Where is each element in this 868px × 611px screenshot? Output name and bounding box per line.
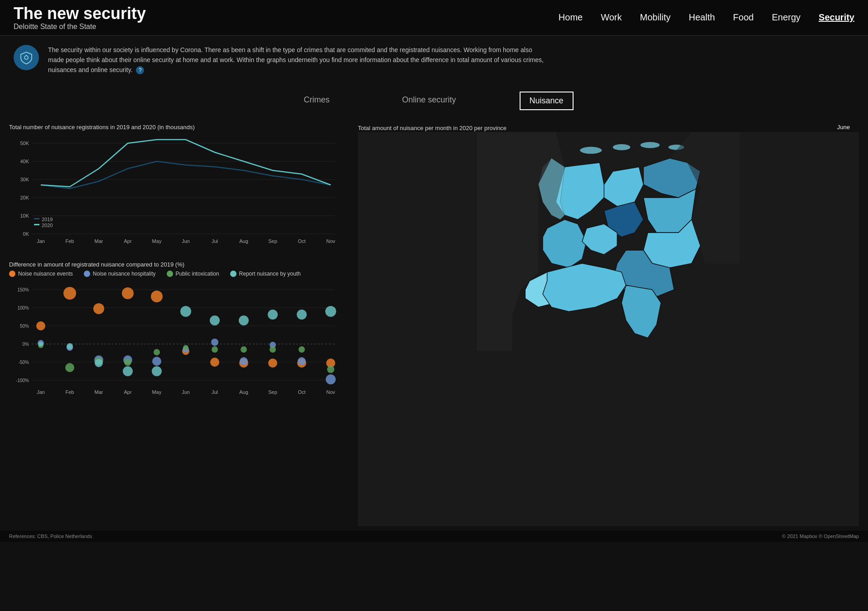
svg-point-81 (240, 357, 248, 365)
svg-text:Sep: Sep (268, 389, 277, 395)
svg-point-56 (63, 287, 76, 300)
svg-point-70 (154, 349, 160, 355)
nav-home[interactable]: Home (559, 10, 583, 24)
main-content: Total number of nuisance registrations i… (0, 119, 868, 531)
svg-point-58 (65, 363, 74, 372)
svg-text:50K: 50K (20, 141, 29, 146)
svg-rect-27 (34, 224, 39, 225)
right-panel: Total amount of nuisance per month in 20… (358, 124, 859, 526)
footer-left: References: CBS, Police Netherlands (9, 533, 92, 539)
nav-food[interactable]: Food (733, 10, 754, 24)
bubble-chart-title: Difference in amount of registrated nuis… (9, 261, 349, 268)
nav-energy[interactable]: Energy (772, 10, 800, 24)
svg-text:Nov: Nov (326, 238, 335, 244)
line-chart-svg: 0K 10K 20K 30K 40K 50K Jan Feb Mar Apr M… (9, 134, 340, 252)
svg-point-82 (241, 346, 247, 353)
svg-point-60 (93, 303, 104, 314)
info-button[interactable]: ? (136, 66, 144, 74)
logo-area: The new security Deloitte State of the S… (14, 5, 159, 31)
map-svg (358, 132, 859, 526)
tab-online-security[interactable]: Online security (393, 92, 465, 110)
svg-text:Apr: Apr (124, 238, 131, 244)
svg-point-95 (325, 306, 336, 317)
svg-point-55 (39, 342, 43, 346)
svg-text:40K: 40K (20, 159, 29, 164)
svg-point-64 (122, 287, 134, 299)
svg-text:Mar: Mar (95, 238, 103, 244)
svg-text:Sep: Sep (268, 238, 277, 244)
svg-point-86 (270, 346, 276, 353)
legend-youth-nuisance: Report nuisance by youth (230, 271, 301, 277)
legend-dot-noise-events (9, 271, 15, 277)
svg-text:0%: 0% (23, 342, 29, 347)
svg-text:0K: 0K (23, 231, 29, 237)
svg-point-93 (326, 374, 336, 384)
svg-text:-100%: -100% (16, 378, 29, 383)
svg-point-74 (183, 345, 188, 350)
header: The new security Deloitte State of the S… (0, 0, 868, 36)
svg-point-0 (24, 56, 28, 59)
svg-point-77 (211, 339, 218, 346)
tab-crimes[interactable]: Crimes (294, 92, 338, 110)
svg-text:Feb: Feb (66, 389, 74, 395)
nav-mobility[interactable]: Mobility (640, 10, 670, 24)
line-chart-title: Total number of nuisance registrations i… (9, 124, 349, 131)
bubble-chart: -100% -50% 0% 50% 100% 150% Jan Feb Mar … (9, 281, 340, 417)
intro-text: The security within our society is influ… (48, 45, 546, 75)
svg-point-71 (152, 366, 162, 376)
svg-text:-50%: -50% (19, 360, 29, 365)
left-panel: Total number of nuisance registrations i… (9, 124, 349, 526)
svg-text:2019: 2019 (42, 217, 53, 222)
bubble-legend: Noise nuisance events Noise nuisance hos… (9, 271, 349, 277)
bubble-chart-section: Difference in amount of registrated nuis… (9, 261, 349, 417)
svg-text:Nov: Nov (326, 389, 335, 395)
svg-text:May: May (152, 389, 162, 395)
legend-label-noise-hospitality: Noise nuisance hospitality (93, 271, 156, 277)
legend-label-public-intox: Public intoxication (176, 271, 219, 277)
intro-section: The security within our society is influ… (0, 36, 868, 84)
legend-noise-events: Noise nuisance events (9, 271, 73, 277)
line-chart: 0K 10K 20K 30K 40K 50K Jan Feb Mar Apr M… (9, 134, 340, 252)
legend-dot-noise-hospitality (84, 271, 90, 277)
svg-text:Aug: Aug (239, 389, 248, 395)
svg-point-66 (124, 359, 131, 366)
svg-text:Oct: Oct (298, 389, 305, 395)
svg-text:Aug: Aug (239, 238, 248, 244)
svg-point-87 (268, 310, 278, 320)
footer-right: © 2021 Mapbox © OpenStreetMap (782, 533, 859, 539)
svg-text:10K: 10K (20, 213, 29, 218)
svg-point-76 (210, 358, 219, 367)
main-nav: Home Work Mobility Health Food Energy Se… (559, 10, 854, 24)
svg-text:Jul: Jul (212, 389, 218, 395)
map-title: Total amount of nuisance per month in 20… (358, 125, 506, 131)
svg-point-97 (613, 144, 631, 150)
svg-point-79 (210, 315, 220, 325)
svg-point-63 (95, 359, 103, 367)
svg-point-69 (152, 357, 161, 366)
legend-dot-youth-nuisance (230, 271, 236, 277)
svg-text:Jun: Jun (182, 238, 190, 244)
legend-dot-public-intox (167, 271, 173, 277)
svg-text:150%: 150% (17, 287, 29, 292)
svg-text:50%: 50% (20, 324, 29, 329)
legend-noise-hospitality: Noise nuisance hospitality (84, 271, 156, 277)
svg-point-75 (180, 306, 191, 317)
nav-work[interactable]: Work (601, 10, 622, 24)
svg-point-96 (580, 147, 602, 154)
svg-text:2020: 2020 (42, 223, 53, 228)
svg-point-89 (298, 357, 306, 365)
netherlands-map (358, 132, 859, 526)
svg-point-78 (212, 346, 218, 353)
nav-health[interactable]: Health (689, 10, 715, 24)
svg-point-52 (36, 321, 45, 330)
nav-security[interactable]: Security (819, 10, 854, 24)
tab-nuisance[interactable]: Nuisance (520, 92, 574, 110)
svg-text:Jun: Jun (182, 389, 190, 395)
svg-point-83 (239, 315, 249, 325)
svg-text:Jul: Jul (212, 238, 218, 244)
svg-text:100%: 100% (17, 306, 29, 310)
footer: References: CBS, Police Netherlands © 20… (0, 531, 868, 542)
legend-public-intox: Public intoxication (167, 271, 219, 277)
map-month: June (837, 124, 850, 131)
svg-text:Jan: Jan (37, 238, 45, 244)
